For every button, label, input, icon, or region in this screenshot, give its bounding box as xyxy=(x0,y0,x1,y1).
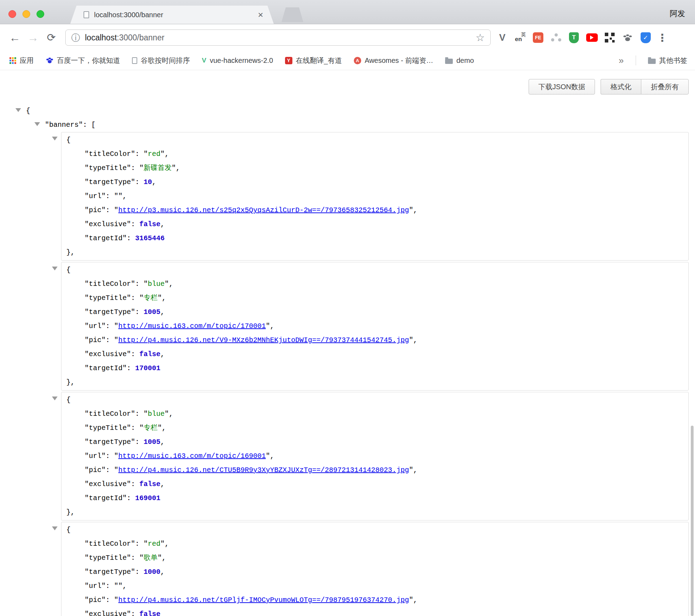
tab-title: localhost:3000/banner xyxy=(94,11,258,19)
browser-tab[interactable]: localhost:3000/banner × xyxy=(70,6,274,24)
json-token: " xyxy=(172,164,176,172)
bookmark-vue-hackernews[interactable]: V vue-hackernews-2.0 xyxy=(202,57,273,65)
youtube-extension-icon[interactable] xyxy=(586,32,598,44)
json-token: " xyxy=(131,540,135,548)
json-token: " xyxy=(131,150,135,158)
json-token: , xyxy=(165,150,169,158)
json-token: " xyxy=(101,582,106,590)
bookmark-apps[interactable]: 应用 xyxy=(9,56,34,65)
zoom-window-button[interactable] xyxy=(37,10,44,18)
green-shield-extension-icon[interactable]: T xyxy=(568,32,580,44)
json-boolean-value: false xyxy=(139,350,160,358)
json-key: targetId xyxy=(89,364,123,372)
json-number-value: 1005 xyxy=(144,438,160,446)
json-url-link[interactable]: http://music.163.com/m/topic/170001 xyxy=(118,322,266,330)
new-tab-button[interactable] xyxy=(282,7,303,22)
json-token: : xyxy=(131,350,139,358)
json-key: exclusive xyxy=(89,610,127,616)
json-open-brace: { xyxy=(61,263,688,277)
bookmarks-overflow-chevron-icon[interactable]: » xyxy=(619,55,624,66)
back-button[interactable]: ← xyxy=(6,32,24,43)
json-token: " xyxy=(101,206,106,214)
bookmark-star-icon[interactable]: ☆ xyxy=(476,32,485,44)
json-token: , xyxy=(123,582,127,590)
json-key: banners xyxy=(49,121,79,129)
paw-extension-icon[interactable] xyxy=(622,32,634,44)
reload-button[interactable]: ⟳ xyxy=(42,32,60,43)
blue-shield-extension-icon[interactable]: ✓ xyxy=(640,32,651,44)
json-token: " xyxy=(114,322,118,330)
address-bar[interactable]: ⓘ localhost :3000/banner ☆ xyxy=(65,30,491,46)
json-key: pic xyxy=(89,336,101,344)
download-json-button[interactable]: 下载JSON数据 xyxy=(529,79,595,94)
json-key: targetId xyxy=(89,494,123,502)
json-token: " xyxy=(101,596,106,604)
other-bookmarks[interactable]: 其他书签 xyxy=(648,56,687,65)
json-token: : xyxy=(135,280,144,288)
json-url-link[interactable]: http://music.163.com/m/topic/169001 xyxy=(118,452,266,460)
json-token: " xyxy=(85,582,89,590)
json-array-item: {"titleColor": "blue","typeTitle": "专栏",… xyxy=(61,262,689,391)
vertical-scrollbar[interactable] xyxy=(691,426,694,616)
json-number-value: 170001 xyxy=(135,364,160,372)
json-token: , xyxy=(123,192,127,200)
org-chart-extension-icon[interactable] xyxy=(550,32,562,44)
close-window-button[interactable] xyxy=(8,10,16,18)
json-key: url xyxy=(89,192,101,200)
collapse-triangle-icon[interactable] xyxy=(52,526,58,530)
json-token: " xyxy=(409,596,413,604)
translate-extension-icon[interactable]: en英 xyxy=(514,32,526,44)
url-path: :3000/banner xyxy=(117,33,165,42)
json-token: " xyxy=(85,494,89,502)
json-token: " xyxy=(85,410,89,418)
json-token: " xyxy=(114,452,118,460)
folder-icon xyxy=(445,59,453,64)
chrome-menu-icon[interactable]: ⋮ xyxy=(656,32,668,44)
json-token: " xyxy=(409,466,413,474)
json-property: "typeTitle": "歌单", xyxy=(61,551,688,565)
json-token: }, xyxy=(66,378,75,386)
format-button[interactable]: 格式化 xyxy=(601,79,641,94)
json-token: " xyxy=(123,494,127,502)
profile-name: 阿发 xyxy=(670,8,685,19)
json-url-link[interactable]: http://p4.music.126.net/tGPljf-IMOCyPvum… xyxy=(118,596,409,604)
json-url-link[interactable]: http://p4.music.126.net/CTU5B9R9y3XyYBZX… xyxy=(118,466,409,474)
json-url-link[interactable]: http://p4.music.126.net/V9-MXz6b2MNhEKju… xyxy=(118,336,409,344)
json-token: : xyxy=(135,308,144,316)
json-key: url xyxy=(89,322,101,330)
bookmark-baidu[interactable]: 百度一下，你就知道 xyxy=(46,56,120,65)
bookmark-youdao[interactable]: Y 在线翻译_有道 xyxy=(285,56,342,65)
json-key: typeTitle xyxy=(89,424,127,432)
qrcode-extension-icon[interactable] xyxy=(604,32,616,44)
json-url-link[interactable]: http://p3.music.126.net/s25q2x5QyqsAzilC… xyxy=(118,206,409,214)
json-token: " xyxy=(144,410,148,418)
json-token: : xyxy=(131,294,139,302)
json-string-value: 专栏 xyxy=(144,424,158,432)
json-property: "typeTitle": "专栏", xyxy=(61,291,688,305)
json-token: : xyxy=(135,540,144,548)
json-token: { xyxy=(66,396,71,404)
close-tab-icon[interactable]: × xyxy=(258,10,263,19)
collapse-triangle-icon[interactable] xyxy=(15,108,21,112)
bookmark-demo[interactable]: demo xyxy=(445,57,474,65)
collapse-triangle-icon[interactable] xyxy=(52,267,58,270)
json-token: , xyxy=(160,308,165,316)
collapse-triangle-icon[interactable] xyxy=(52,397,58,400)
bookmark-awesomes[interactable]: A Awesomes - 前端资… xyxy=(354,56,433,65)
json-token: " xyxy=(127,480,131,488)
json-token: " xyxy=(85,466,89,474)
page-info-icon[interactable]: ⓘ xyxy=(71,32,80,44)
json-key: pic xyxy=(89,596,101,604)
collapse-all-button[interactable]: 折叠所有 xyxy=(641,79,689,94)
collapse-triangle-icon[interactable] xyxy=(52,137,58,140)
collapse-triangle-icon[interactable] xyxy=(34,122,40,126)
json-token: " xyxy=(158,424,162,432)
json-token: : xyxy=(127,494,135,502)
json-token: " xyxy=(85,610,89,616)
vimium-extension-icon[interactable]: V xyxy=(496,32,508,44)
json-property: "targetId": 170001 xyxy=(61,361,688,375)
forward-button[interactable]: → xyxy=(24,32,42,43)
fehelper-extension-icon[interactable]: FE xyxy=(532,32,544,44)
minimize-window-button[interactable] xyxy=(22,10,30,18)
bookmark-google-sort[interactable]: 谷歌按时间排序 xyxy=(132,56,190,65)
